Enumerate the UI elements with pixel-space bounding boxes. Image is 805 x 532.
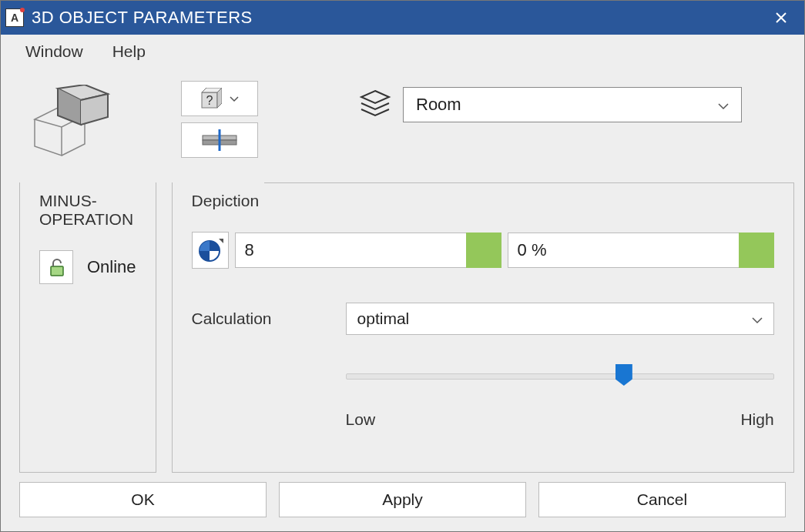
titlebar: A 3D OBJECT PARAMETERS bbox=[1, 1, 804, 35]
layers-icon bbox=[358, 89, 392, 120]
layer-block: Room bbox=[358, 81, 786, 122]
window-title: 3D OBJECT PARAMETERS bbox=[32, 8, 766, 28]
cubes-icon bbox=[31, 85, 116, 162]
layer-selected-label: Room bbox=[416, 95, 461, 115]
svg-rect-5 bbox=[51, 266, 63, 276]
slider-high-label: High bbox=[740, 410, 773, 429]
calculation-selected-label: optimal bbox=[357, 309, 410, 328]
dialog-buttons: OK Apply Cancel bbox=[19, 482, 786, 517]
menu-window[interactable]: Window bbox=[15, 38, 94, 65]
pie-options-button[interactable] bbox=[192, 232, 229, 269]
object-type-icon bbox=[19, 81, 127, 166]
slider-labels: Low High bbox=[346, 410, 774, 429]
minus-operation-group: MINUS-OPERATION Online bbox=[19, 172, 156, 473]
cancel-button[interactable]: Cancel bbox=[538, 482, 786, 517]
lock-toggle-button[interactable] bbox=[39, 250, 73, 284]
middle-row: MINUS-OPERATION Online Depiction bbox=[19, 172, 786, 473]
content-area: ? bbox=[1, 69, 804, 531]
section-icon bbox=[198, 129, 241, 151]
slider-track bbox=[346, 373, 774, 380]
chevron-down-icon bbox=[230, 92, 239, 105]
pie-icon bbox=[197, 237, 223, 263]
menubar: Window Help bbox=[1, 35, 804, 69]
top-button-column: ? bbox=[181, 81, 258, 158]
quality-slider[interactable] bbox=[346, 366, 774, 389]
help-dropdown-button[interactable]: ? bbox=[181, 81, 258, 116]
depiction-group: Depiction bbox=[172, 172, 794, 473]
ok-button[interactable]: OK bbox=[19, 482, 267, 517]
calculation-label: Calculation bbox=[192, 309, 330, 328]
lock-status-label: Online bbox=[87, 257, 136, 277]
depiction-value-1-input[interactable] bbox=[235, 233, 466, 268]
chevron-down-icon bbox=[752, 309, 763, 328]
top-row: ? bbox=[19, 69, 786, 166]
apply-button[interactable]: Apply bbox=[279, 482, 526, 517]
close-button[interactable] bbox=[766, 1, 797, 35]
slider-low-label: Low bbox=[346, 410, 376, 429]
unlock-icon bbox=[46, 257, 66, 277]
svg-text:?: ? bbox=[206, 94, 213, 107]
layer-select[interactable]: Room bbox=[403, 87, 742, 122]
section-toggle-button[interactable] bbox=[181, 122, 258, 158]
minus-operation-title: MINUS-OPERATION bbox=[39, 192, 136, 229]
depiction-value-1-confirm[interactable] bbox=[466, 233, 501, 268]
app-icon: A bbox=[5, 8, 24, 27]
menu-help[interactable]: Help bbox=[102, 38, 156, 65]
dialog-window: A 3D OBJECT PARAMETERS Window Help bbox=[0, 0, 805, 532]
chevron-down-icon bbox=[718, 95, 729, 115]
close-icon bbox=[775, 12, 787, 24]
depiction-value-2-input[interactable] bbox=[508, 233, 739, 268]
depiction-title: Depiction bbox=[192, 192, 774, 210]
calculation-select[interactable]: optimal bbox=[346, 303, 774, 335]
question-cube-icon: ? bbox=[200, 88, 222, 109]
slider-thumb[interactable] bbox=[615, 364, 632, 386]
depiction-value-2-confirm[interactable] bbox=[739, 233, 774, 268]
